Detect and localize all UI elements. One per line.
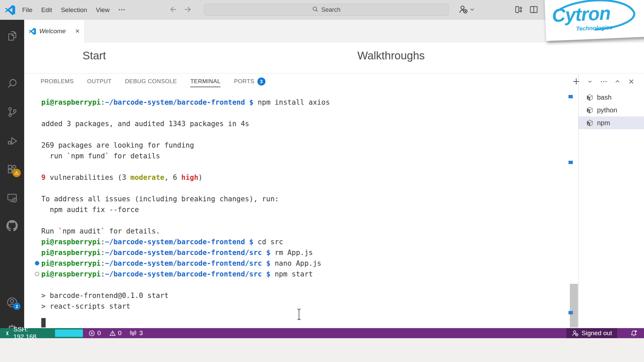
chevron-down-icon [469, 7, 475, 12]
more-menu-icon[interactable] [114, 0, 130, 20]
accounts-count-badge: 2 [13, 303, 20, 310]
history-navigation [169, 0, 192, 20]
terminal-line: pi@raspberrypi:~/barcode-system/barcode-… [35, 258, 558, 269]
maximize-panel-icon[interactable] [613, 77, 622, 86]
terminal-lines: pi@raspberrypi:~/barcode-system/barcode-… [35, 97, 558, 312]
tab-problems[interactable]: PROBLEMS [41, 73, 73, 90]
forwarded-ports-status[interactable]: 3 [130, 328, 143, 338]
remote-ssh-indicator[interactable]: SSH: 192.168. [0, 328, 83, 338]
panel-tabs: PROBLEMS OUTPUT DEBUG CONSOLE TERMINAL P… [41, 73, 265, 90]
walkthroughs-heading: Walkthroughs [357, 49, 425, 62]
signed-out-status[interactable]: Signed out [566, 328, 617, 338]
warning-count: 0 [118, 329, 122, 337]
menu-view[interactable]: View [92, 0, 114, 20]
vscode-file-icon [29, 28, 36, 35]
remote-explorer-icon[interactable] [6, 192, 18, 204]
terminal-line [35, 183, 558, 194]
status-bar: SSH: 192.168. 0 0 3 Signed out [0, 328, 644, 338]
extensions-icon[interactable] [6, 163, 18, 175]
ports-label: PORTS [234, 78, 254, 85]
terminal-item-npm[interactable]: $ npm [579, 116, 644, 129]
tab-debug-console[interactable]: DEBUG CONSOLE [125, 73, 177, 90]
terminal-line: 269 packages are looking for funding [35, 140, 558, 151]
go-back-icon[interactable] [169, 5, 178, 15]
command-decoration-blue-icon[interactable] [35, 261, 39, 265]
terminal-item-python[interactable]: $ python [579, 104, 644, 116]
customize-layout-icon[interactable] [514, 5, 523, 15]
vscode-window: File Edit Selection View Search [0, 0, 644, 362]
terminal-scrollbar-thumb[interactable] [570, 284, 578, 327]
menu-selection[interactable]: Selection [56, 0, 91, 20]
terminal-instance-list: $ bash $ python $ npm [579, 91, 644, 129]
bottom-panel: PROBLEMS OUTPUT DEBUG CONSOLE TERMINAL P… [24, 73, 644, 328]
tab-ports[interactable]: PORTS 3 [234, 73, 265, 90]
account-signed-out-icon [458, 5, 468, 14]
command-decoration-gray-icon[interactable] [35, 272, 39, 276]
terminal-line: pi@raspberrypi:~/barcode-system/barcode-… [35, 97, 558, 108]
signed-out-label: Signed out [582, 329, 612, 337]
cytron-logo: Cytron Technologies [544, 0, 644, 41]
terminal-item-label: python [597, 106, 617, 114]
cytron-brand-text: Cytron [551, 2, 611, 26]
remote-icon [4, 330, 10, 337]
svg-text:$: $ [588, 97, 589, 100]
svg-text:$: $ [588, 122, 589, 125]
error-icon [89, 330, 95, 337]
command-marker [568, 161, 573, 164]
error-count: 0 [97, 329, 101, 337]
search-view-icon[interactable] [6, 77, 18, 90]
go-forward-icon[interactable] [184, 5, 192, 15]
svg-text:$: $ [588, 110, 589, 113]
command-marker [568, 95, 573, 98]
accounts-menu[interactable] [458, 5, 475, 14]
bell-icon [630, 330, 637, 337]
terminal-bash-icon: $ [586, 94, 593, 101]
tab-welcome[interactable]: Welcome × [24, 20, 85, 43]
terminal-item-bash[interactable]: $ bash [579, 91, 644, 104]
panel-actions [572, 73, 635, 90]
terminal-item-label: bash [597, 94, 611, 101]
command-center-search[interactable]: Search [204, 4, 449, 16]
github-icon[interactable] [6, 220, 18, 232]
vscode-logo-icon [5, 5, 15, 15]
menu-file[interactable]: File [18, 0, 37, 20]
new-terminal-icon[interactable] [572, 77, 580, 86]
terminal-line: 9 vulnerabilities (3 moderate, 6 high) [35, 172, 558, 183]
mouse-ibeam-cursor [297, 308, 301, 322]
redacted-ip-block [55, 329, 83, 337]
menu-bar: File Edit Selection View [18, 0, 130, 20]
split-editor-icon[interactable] [529, 5, 538, 15]
explorer-icon[interactable] [6, 30, 18, 42]
warning-icon [109, 330, 116, 337]
terminal-line: added 3 packages, and audited 1343 packa… [35, 118, 558, 129]
tab-output[interactable]: OUTPUT [87, 73, 111, 90]
tab-terminal[interactable]: TERMINAL [190, 73, 220, 90]
layout-controls [514, 5, 538, 15]
ports-count: 3 [139, 329, 143, 337]
terminal-python-icon: $ [586, 107, 593, 114]
terminal-line [35, 215, 558, 226]
run-debug-icon[interactable] [6, 135, 18, 147]
search-placeholder: Search [321, 6, 340, 13]
terminal-line [35, 161, 558, 172]
terminal-line: pi@raspberrypi:~/barcode-system/barcode-… [35, 237, 558, 247]
terminal-line: > barcode-frontend@0.1.0 start [35, 290, 558, 301]
tab-close-icon[interactable]: × [75, 28, 80, 35]
problems-status[interactable]: 0 0 [89, 328, 121, 338]
command-marker [568, 311, 573, 314]
menu-edit[interactable]: Edit [37, 0, 57, 20]
source-control-icon[interactable] [6, 106, 18, 118]
welcome-page: Start Walkthroughs [24, 43, 644, 73]
notifications-bell[interactable] [627, 328, 640, 338]
terminal-line: To address all issues (including breakin… [35, 194, 558, 204]
account-x-icon [572, 330, 579, 337]
terminal-npm-icon: $ [586, 119, 593, 126]
close-panel-icon[interactable] [627, 77, 635, 86]
remote-label: SSH: 192.168. [13, 326, 52, 341]
terminal-line: pi@raspberrypi:~/barcode-system/barcode-… [35, 247, 558, 258]
accounts-icon[interactable]: 2 [6, 296, 18, 308]
terminal-line [35, 129, 558, 140]
panel-more-actions-icon[interactable] [600, 77, 608, 86]
terminal-dropdown-icon[interactable] [586, 77, 594, 86]
terminal-item-label: npm [597, 119, 610, 127]
